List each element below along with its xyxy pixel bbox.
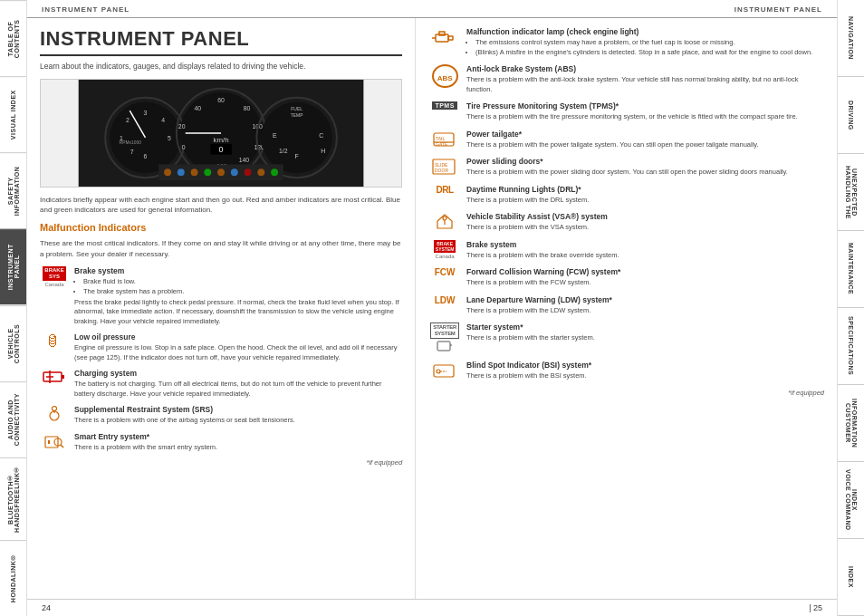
list-item: Vehicle Stability Assist (VSA®) system T…	[428, 212, 824, 233]
fcw-title: Forward Collision Warning (FCW) system*	[466, 267, 620, 276]
sliding-door-icon-area: SLIDE DOOR	[428, 157, 461, 177]
svg-point-43	[245, 168, 252, 176]
list-item: TAIL GATE Power tailgate* There is a pro…	[428, 130, 824, 150]
ldw-badge: LDW	[435, 295, 456, 305]
brake-canada: Canada	[44, 282, 63, 287]
fcw-text: There is a problem with the FCW system.	[466, 278, 620, 288]
list-item: DRL Daytime Running Lights (DRL)* There …	[428, 185, 824, 206]
svg-point-38	[178, 168, 185, 176]
oil-text: Engine oil pressure is low. Stop in a sa…	[74, 343, 402, 362]
svg-rect-60	[448, 36, 453, 40]
tab-instrument-panel[interactable]: INSTRUMENT PANEL	[0, 228, 26, 304]
tab-bluetooth[interactable]: BLUETOOTH® HANDSFREELINK®	[0, 457, 26, 540]
starter-icon-area: STARTERSYSTEM	[428, 322, 461, 353]
left-side-tabs: TABLE OF CONTENTS VISUAL INDEX SAFETY IN…	[0, 0, 27, 616]
battery-icon-area	[40, 369, 69, 385]
abs-title: Anti-lock Brake System (ABS)	[466, 64, 824, 73]
list-item: Smart Entry system* There is a problem w…	[40, 432, 402, 453]
svg-point-69	[443, 217, 446, 220]
smart-entry-title: Smart Entry system*	[74, 432, 217, 441]
section-intro: These are the most critical indicators. …	[40, 238, 402, 258]
svg-text:6: 6	[144, 153, 148, 159]
list-item: BRAKESYS Canada Brake system Brake fluid…	[40, 266, 402, 327]
mil-title: Malfunction indicator lamp (check engine…	[466, 27, 812, 36]
smart-entry-icon-area	[40, 432, 69, 450]
battery-content: Charging system The battery is not charg…	[74, 369, 402, 399]
right-column: Malfunction indicator lamp (check engine…	[416, 18, 837, 599]
svg-rect-54	[45, 437, 58, 448]
svg-text:0: 0	[182, 144, 186, 150]
svg-point-40	[204, 168, 211, 176]
srs-content: Supplemental Restraint System (SRS) Ther…	[74, 405, 295, 426]
sliding-door-text: There is a problem with the power slidin…	[466, 168, 788, 178]
abs-text: There is a problem with the anti-lock br…	[466, 75, 824, 94]
svg-text:1/2: 1/2	[279, 148, 288, 154]
tab-handling-unexpected[interactable]: HANDLING THE UNEXPECTED	[838, 154, 864, 231]
svg-text:20: 20	[178, 123, 186, 130]
right-side-tabs: NAVIGATION DRIVING HANDLING THE UNEXPECT…	[837, 0, 864, 616]
header: INSTRUMENT PANEL INSTRUMENT PANEL	[27, 0, 837, 18]
brake-override-title: Brake system	[466, 240, 619, 249]
tailgate-text: There is a problem with the power tailga…	[466, 140, 759, 150]
svg-rect-48	[62, 375, 64, 379]
tab-driving[interactable]: DRIVING	[838, 77, 864, 154]
oil-title: Low oil pressure	[74, 332, 402, 342]
abs-badge: ABS	[432, 64, 458, 88]
svg-text:km/h: km/h	[214, 136, 229, 144]
page-number-right: | 25	[809, 603, 822, 612]
tab-maintenance[interactable]: MAINTENANCE	[838, 231, 864, 308]
indicators-caption: Indicators briefly appear with each engi…	[40, 195, 402, 215]
svg-text:5: 5	[168, 135, 171, 141]
tab-navigation[interactable]: NAVIGATION	[838, 0, 864, 77]
tab-specifications[interactable]: SPECIFICATIONS	[838, 308, 864, 385]
starter-content: Starter system* There is a problem with …	[466, 322, 595, 343]
vsa-icon	[432, 212, 457, 232]
tab-safety-information[interactable]: SAFETY INFORMATION	[0, 152, 26, 228]
page-subtitle: Learn about the indicators, gauges, and …	[40, 62, 402, 72]
tab-vehicle-controls[interactable]: VEHICLE CONTROLS	[0, 305, 26, 381]
vsa-title: Vehicle Stability Assist (VSA®) system	[466, 212, 608, 221]
oil-can-icon: 🛢	[43, 332, 65, 351]
svg-rect-57	[48, 440, 50, 444]
svg-text:4: 4	[161, 117, 165, 123]
tab-customer-information[interactable]: CUSTOMER INFORMATION	[838, 385, 864, 462]
tailgate-icon: TAIL GATE	[431, 130, 458, 149]
abs-content: Anti-lock Brake System (ABS) There is a …	[466, 64, 824, 94]
tab-audio-connectivity[interactable]: AUDIO AND CONNECTIVITY	[0, 381, 26, 457]
right-if-equipped: *if equipped	[788, 389, 824, 397]
dashboard-image: 3 2 1 4 5 6 7 RPMx1000 40 20 0	[40, 79, 402, 188]
ldw-title: Lane Departure Warning (LDW) system*	[466, 295, 612, 304]
mil-text: The emissions control system may have a …	[466, 38, 812, 57]
fcw-content: Forward Collision Warning (FCW) system* …	[466, 267, 620, 288]
tab-hondalink[interactable]: HONDALINK®	[0, 540, 26, 616]
brake-badge: BRAKESYS	[43, 266, 65, 281]
oil-icon-area: 🛢	[40, 332, 69, 351]
tpms-icon-area: TPMS	[428, 101, 461, 110]
svg-text:C: C	[319, 132, 323, 139]
svg-point-74	[437, 370, 440, 373]
brake-override-text: There is a problem with the brake overri…	[466, 251, 619, 261]
battery-icon	[43, 369, 66, 385]
tab-index[interactable]: INDEX	[838, 539, 864, 616]
airbag-icon	[43, 405, 66, 423]
drl-badge: DRL	[437, 185, 454, 195]
brake-override-content: Brake system There is a problem with the…	[466, 240, 619, 261]
svg-point-44	[257, 168, 264, 176]
fcw-badge: FCW	[435, 267, 456, 277]
svg-point-51	[53, 407, 57, 411]
svg-text:FUEL: FUEL	[291, 107, 302, 111]
list-item: BRAKESYSTEM Canada Brake system There is…	[428, 240, 824, 261]
tpms-text: There is a problem with the tire pressur…	[466, 112, 798, 122]
tab-table-of-contents[interactable]: TABLE OF CONTENTS	[0, 0, 26, 76]
page-number-left: 24	[42, 603, 51, 612]
page-title: INSTRUMENT PANEL	[40, 27, 402, 56]
svg-line-56	[61, 445, 63, 448]
malfunction-indicators-heading: Malfunction Indicators	[40, 222, 402, 233]
starter-text: There is a problem with the starter syst…	[466, 333, 595, 343]
tab-visual-index[interactable]: VISUAL INDEX	[0, 76, 26, 152]
smart-entry-content: Smart Entry system* There is a problem w…	[74, 432, 217, 453]
tab-voice-command-index[interactable]: VOICE COMMAND INDEX	[838, 462, 864, 539]
bsi-content: Blind Spot Indicator (BSI) system* There…	[466, 361, 591, 381]
fcw-icon-area: FCW	[428, 267, 461, 277]
vsa-icon-area	[428, 212, 461, 232]
